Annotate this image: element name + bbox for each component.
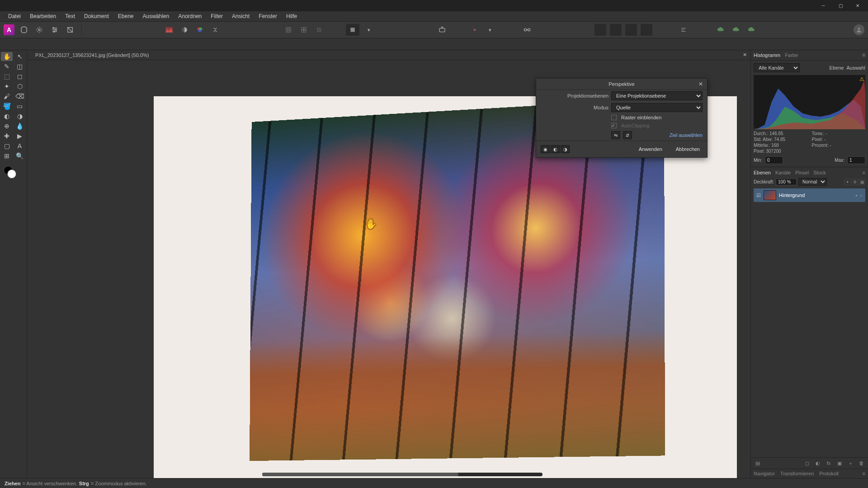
dialog-close-icon[interactable]: ✕ xyxy=(697,80,704,88)
after-icon[interactable]: ◑ xyxy=(561,145,570,153)
menu-text[interactable]: Text xyxy=(61,12,80,21)
align-icon[interactable] xyxy=(678,24,689,36)
select-target-link[interactable]: Ziel auswählen xyxy=(635,132,703,138)
opacity-input[interactable] xyxy=(776,178,797,185)
tab-navigator[interactable]: Navigator xyxy=(754,471,775,476)
menu-hilfe[interactable]: Hilfe xyxy=(282,12,302,21)
persona-develop-icon[interactable] xyxy=(49,24,61,36)
layer-mask-icon[interactable]: ▦ xyxy=(859,179,865,185)
color-swatch[interactable] xyxy=(1,164,26,178)
menu-auswaehlen[interactable]: Auswählen xyxy=(138,12,174,21)
tab-stock[interactable]: Stock xyxy=(813,170,826,175)
maximize-button[interactable]: ▢ xyxy=(832,0,849,11)
layer-row[interactable]: ☑ Hintergrund ▪ ○ xyxy=(754,188,865,202)
cloud1-icon[interactable] xyxy=(715,24,726,36)
grid-snap-icon[interactable] xyxy=(283,24,294,36)
channel-select[interactable]: Alle Kanäle xyxy=(754,63,800,72)
btn-c-icon[interactable] xyxy=(625,24,637,36)
account-avatar-icon[interactable] xyxy=(854,24,864,35)
menu-fenster[interactable]: Fenster xyxy=(254,12,282,21)
projection-select[interactable]: Eine Projektionsebene xyxy=(611,91,703,100)
apply-button[interactable]: Anwenden xyxy=(636,145,665,154)
delete-layer-icon[interactable]: 🗑 xyxy=(857,460,865,467)
tab-layers[interactable]: Ebenen xyxy=(754,170,771,175)
crop-tool-icon[interactable]: ◫ xyxy=(14,62,26,71)
marquee-tool-icon[interactable]: ◻ xyxy=(14,72,26,81)
freehand-select-icon[interactable]: ⬡ xyxy=(14,82,26,91)
dropdown2-icon[interactable]: ▾ xyxy=(484,24,496,36)
menu-datei[interactable]: Datei xyxy=(4,12,25,21)
erase-brush-icon[interactable]: ⌫ xyxy=(14,92,26,101)
smudge-tool-icon[interactable]: 💧 xyxy=(14,122,26,131)
layer-filter-icon[interactable]: ▤ xyxy=(754,460,762,467)
close-button[interactable]: ✕ xyxy=(849,0,866,11)
autowb-icon[interactable] xyxy=(209,24,221,36)
hand-tool-icon[interactable]: ✋ xyxy=(1,52,13,61)
btn-d-icon[interactable] xyxy=(641,24,652,36)
hist-min-input[interactable] xyxy=(765,156,783,164)
document-tab-close-icon[interactable]: ✕ xyxy=(743,52,750,58)
btn-b-icon[interactable] xyxy=(610,24,622,36)
gradient-tool-icon[interactable]: ▭ xyxy=(14,102,26,111)
autolevels-icon[interactable] xyxy=(163,24,175,36)
persona-tonemap-icon[interactable] xyxy=(64,24,76,36)
text-tool-icon[interactable]: A xyxy=(14,141,26,150)
sub-menu-icon[interactable]: ≡ xyxy=(863,471,865,476)
menu-ansicht[interactable]: Ansicht xyxy=(227,12,254,21)
mask-add-icon[interactable]: ◻ xyxy=(803,460,811,467)
document-tab[interactable]: PXL_20230127_135623241.jpg [Geändert] (5… xyxy=(31,52,153,59)
hist-selection-button[interactable]: Auswahl xyxy=(846,65,865,70)
fx-add-icon[interactable]: fx xyxy=(825,460,833,467)
cloud3-icon[interactable] xyxy=(745,24,757,36)
layer-link-icon[interactable]: ○ xyxy=(860,193,863,198)
hist-max-input[interactable] xyxy=(847,156,865,164)
panel-menu-icon[interactable]: ≡ xyxy=(862,52,865,58)
layer-lock-icon[interactable]: ▪ xyxy=(855,193,857,198)
shape-tool-icon[interactable]: ▢ xyxy=(1,141,13,150)
tab-channels[interactable]: Kanäle xyxy=(775,170,791,175)
layer-cog-icon[interactable]: ⚙ xyxy=(852,179,858,185)
hist-layer-button[interactable]: Ebene xyxy=(830,65,844,70)
dodge-tool-icon[interactable]: ◐ xyxy=(1,112,13,121)
btn-a-icon[interactable] xyxy=(594,24,606,36)
clone-tool-icon[interactable]: ⊕ xyxy=(1,122,13,131)
menu-anordnen[interactable]: Anordnen xyxy=(174,12,206,21)
mode-select[interactable]: Quelle xyxy=(611,103,703,112)
burn-tool-icon[interactable]: ◑ xyxy=(14,112,26,121)
group-icon[interactable]: ▣ xyxy=(835,460,844,467)
menu-filter[interactable]: Filter xyxy=(206,12,227,21)
minimize-button[interactable]: ─ xyxy=(815,0,832,11)
menu-dokument[interactable]: Dokument xyxy=(80,12,113,21)
fill-tool-icon[interactable]: 🪣 xyxy=(1,102,13,111)
cancel-button[interactable]: Abbrechen xyxy=(673,145,703,154)
pen-tool-icon[interactable]: ▶ xyxy=(14,131,26,141)
horizontal-scrollbar[interactable] xyxy=(262,473,542,476)
tab-brushes[interactable]: Pinsel xyxy=(795,170,809,175)
zoom-tool-icon[interactable]: 🔍 xyxy=(14,151,26,160)
move-tool-icon[interactable]: ↖ xyxy=(14,52,26,61)
menu-ebene[interactable]: Ebene xyxy=(113,12,138,21)
layer-fx-icon[interactable]: ✦ xyxy=(844,179,851,185)
menu-bearbeiten[interactable]: Bearbeiten xyxy=(25,12,61,21)
color-picker-tool-icon[interactable]: ✎ xyxy=(1,62,13,71)
paint-brush-icon[interactable]: 🖌 xyxy=(1,92,13,101)
tab-transform[interactable]: Transformieren xyxy=(780,471,814,476)
tab-histogram[interactable]: Histogramm xyxy=(754,52,780,58)
persona-photo-icon[interactable] xyxy=(18,24,30,36)
autocontrast-icon[interactable] xyxy=(179,24,190,36)
adjustment-add-icon[interactable]: ◐ xyxy=(814,460,822,467)
assistant-icon[interactable] xyxy=(436,24,448,36)
grid-snap3-icon[interactable] xyxy=(313,24,325,36)
blend-mode-select[interactable]: Normal xyxy=(798,178,827,186)
healing-tool-icon[interactable]: ✚ xyxy=(1,131,13,141)
split-icon[interactable]: ◐ xyxy=(551,145,560,153)
persona-liquify-icon[interactable] xyxy=(33,24,45,36)
tab-history[interactable]: Protokoll xyxy=(819,471,839,476)
layers-menu-icon[interactable]: ≡ xyxy=(863,170,865,175)
grid-snap2-icon[interactable] xyxy=(298,24,310,36)
crop-overlay-icon[interactable] xyxy=(469,24,481,36)
autocolors-icon[interactable] xyxy=(194,24,206,36)
show-grid-checkbox[interactable] xyxy=(611,115,617,120)
add-layer-icon[interactable]: ＋ xyxy=(846,460,854,467)
flip-h-icon[interactable]: ⇋ xyxy=(611,131,620,139)
